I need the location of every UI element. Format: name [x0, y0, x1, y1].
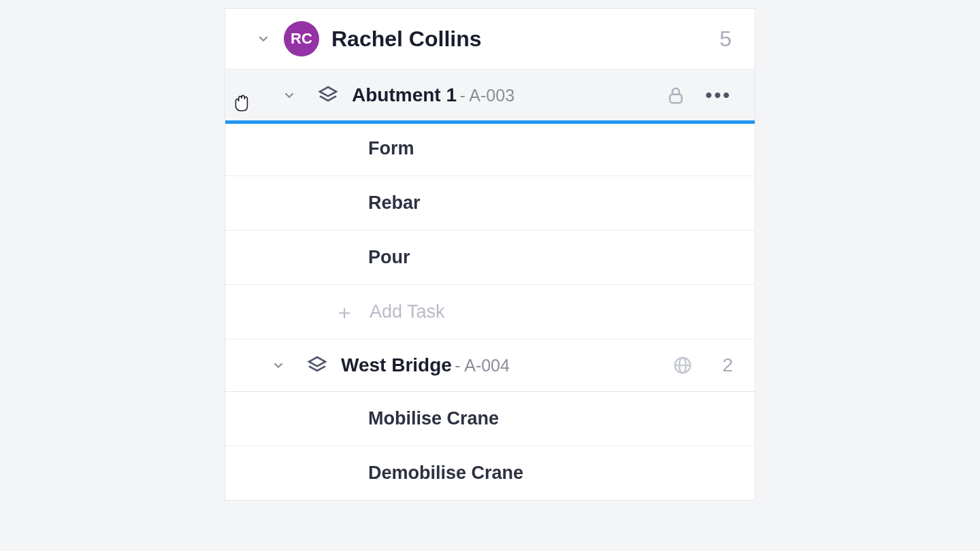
svg-rect-1 — [670, 95, 682, 103]
plus-icon: ＋ — [334, 302, 355, 322]
task-panel: RC Rachel Collins 5 Abutment 1 - A-003 •… — [225, 8, 755, 501]
group-row-abutment[interactable]: Abutment 1 - A-003 ••• — [225, 69, 755, 122]
grab-cursor-icon — [231, 91, 254, 117]
add-task-label: Add Task — [370, 301, 445, 322]
task-item[interactable]: Mobilise Crane — [225, 392, 755, 446]
group-title: West Bridge - A-004 — [341, 354, 510, 376]
add-task-button[interactable]: ＋ Add Task — [225, 285, 755, 339]
globe-icon[interactable] — [669, 352, 696, 379]
svg-marker-0 — [320, 87, 336, 96]
lock-icon[interactable] — [662, 82, 689, 109]
group-row-westbridge[interactable]: West Bridge - A-004 2 — [225, 339, 755, 392]
chevron-down-icon[interactable] — [274, 88, 304, 103]
task-item[interactable]: Demobilise Crane — [225, 446, 755, 500]
layers-icon — [306, 354, 329, 377]
assignee-name: Rachel Collins — [331, 27, 707, 52]
group-title: Abutment 1 - A-003 — [352, 84, 514, 106]
task-count: 5 — [719, 27, 732, 52]
avatar: RC — [284, 21, 319, 56]
task-item[interactable]: Pour — [225, 231, 755, 285]
svg-marker-2 — [309, 357, 325, 366]
assignee-row[interactable]: RC Rachel Collins 5 — [225, 9, 755, 69]
chevron-down-icon[interactable] — [263, 358, 293, 373]
more-menu-button[interactable]: ••• — [702, 86, 736, 105]
layers-icon — [316, 84, 340, 107]
task-item[interactable]: Rebar — [225, 176, 755, 231]
group-count: 2 — [722, 354, 733, 376]
task-item[interactable]: Form — [225, 122, 755, 176]
chevron-down-icon[interactable] — [255, 31, 272, 47]
